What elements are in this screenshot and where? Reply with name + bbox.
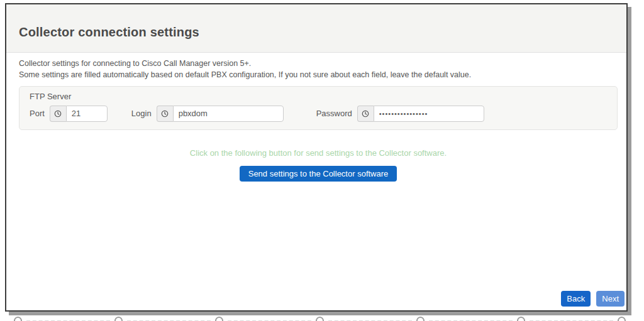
- port-input-group: [50, 106, 108, 122]
- back-button[interactable]: Back: [561, 291, 591, 307]
- send-button-row: Send settings to the Collector software: [19, 166, 618, 182]
- description-line-1: Collector settings for connecting to Cis…: [19, 58, 618, 70]
- description-line-2: Some settings are filled automatically b…: [19, 70, 618, 81]
- password-input-group: [357, 106, 484, 122]
- clock-icon: [54, 110, 62, 117]
- step-dot: [618, 317, 626, 321]
- settings-window: Collector connection settings Collector …: [5, 3, 628, 312]
- clock-icon: [362, 110, 369, 117]
- ftp-server-legend: FTP Server: [30, 92, 607, 101]
- port-label: Port: [30, 109, 45, 118]
- port-addon: [50, 106, 66, 122]
- step-dot: [517, 317, 525, 321]
- login-label: Login: [131, 109, 152, 118]
- step-dot: [416, 317, 425, 321]
- step-dot: [114, 317, 123, 321]
- next-button[interactable]: Next: [596, 291, 625, 307]
- login-input-group: [157, 106, 284, 122]
- clock-icon: [161, 110, 169, 117]
- login-addon: [157, 106, 173, 122]
- port-input[interactable]: [66, 106, 108, 122]
- step-dot: [14, 317, 22, 321]
- ftp-server-panel: FTP Server Port Login: [19, 86, 618, 130]
- step-dot: [316, 317, 324, 321]
- send-settings-button[interactable]: Send settings to the Collector software: [240, 166, 397, 182]
- step-dot: [215, 317, 223, 321]
- wizard-step-strip: [0, 317, 644, 321]
- send-hint-text: Click on the following button for send s…: [19, 148, 618, 158]
- password-label: Password: [316, 109, 352, 118]
- page-title: Collector connection settings: [19, 25, 199, 40]
- window-body: Collector settings for connecting to Cis…: [6, 53, 626, 310]
- ftp-form-row: Port Login: [30, 106, 607, 122]
- login-input[interactable]: [173, 106, 284, 122]
- wizard-nav: Back Next: [561, 291, 625, 307]
- password-addon: [357, 106, 374, 122]
- window-header: Collector connection settings: [6, 4, 626, 53]
- password-input[interactable]: [374, 106, 484, 122]
